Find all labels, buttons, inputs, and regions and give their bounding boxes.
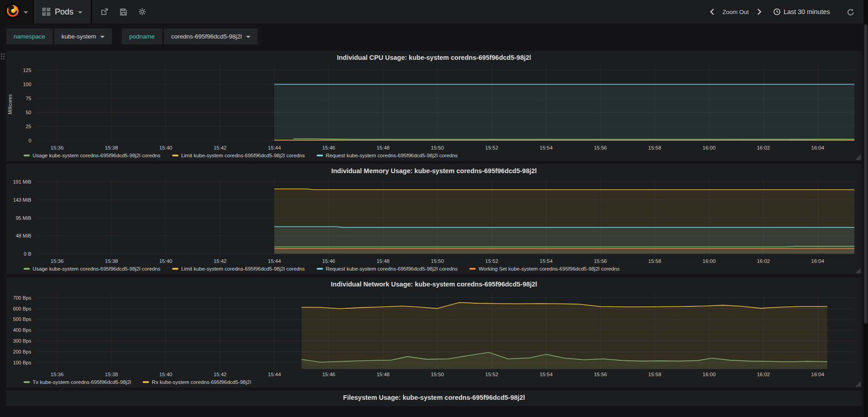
legend-item[interactable]: Limit kube-system coredns-695f96dcd5-98j… <box>172 266 305 272</box>
svg-text:15:54: 15:54 <box>540 372 553 377</box>
memory-usage-legend: Usage kube-system coredns-695f96dcd5-98j… <box>6 266 862 274</box>
scrollbar-thumb[interactable] <box>864 24 868 324</box>
svg-text:16:02: 16:02 <box>757 372 770 377</box>
legend-item[interactable]: Rx kube-system coredns-695f96dcd5-98j2l <box>143 379 251 385</box>
svg-text:95 MiB: 95 MiB <box>16 215 31 221</box>
save-dashboard-button[interactable] <box>116 4 131 19</box>
panel-title[interactable]: Individual Memory Usage: kube-system cor… <box>6 165 862 177</box>
cpu-usage-legend: Usage kube-system coredns-695f96dcd5-98j… <box>6 152 862 161</box>
svg-text:15:58: 15:58 <box>648 145 661 150</box>
legend-item[interactable]: Working Set kube-system coredns-695f96dc… <box>469 266 619 272</box>
svg-text:15:52: 15:52 <box>485 372 498 377</box>
legend-color-dash <box>317 268 323 270</box>
variable-namespace-label: namespace <box>6 29 53 44</box>
logo-caret-icon <box>24 11 28 14</box>
variable-podname: podname coredns-695f96dcd5-98j2l <box>122 29 257 44</box>
row-drag-handle[interactable] <box>1 53 5 59</box>
svg-text:100 Bps: 100 Bps <box>13 360 32 365</box>
panel-title[interactable]: Filesystem Usage: kube-system coredns-69… <box>6 392 862 403</box>
legend-color-dash <box>172 268 178 270</box>
legend-item[interactable]: Request kube-system coredns-695f96dcd5-9… <box>317 266 458 272</box>
variable-namespace-dropdown[interactable]: kube-system <box>54 29 112 44</box>
legend-color-dash <box>24 268 30 270</box>
svg-text:16:00: 16:00 <box>703 258 716 264</box>
svg-text:125: 125 <box>23 68 31 73</box>
svg-text:15:44: 15:44 <box>268 258 281 264</box>
svg-text:15:48: 15:48 <box>376 145 390 150</box>
svg-text:15:38: 15:38 <box>105 145 118 150</box>
svg-text:15:46: 15:46 <box>322 145 335 150</box>
chevron-right-icon <box>757 9 762 15</box>
svg-text:15:42: 15:42 <box>213 372 227 377</box>
svg-text:15:46: 15:46 <box>322 258 335 264</box>
panel-title[interactable]: Individual CPU Usage: kube-system coredn… <box>6 52 862 63</box>
dashboard-settings-button[interactable] <box>135 4 150 19</box>
time-shift-back-button[interactable] <box>706 6 718 18</box>
dashboard-caret-icon <box>78 11 82 14</box>
svg-text:100: 100 <box>23 82 31 87</box>
legend-color-dash <box>143 381 149 383</box>
share-dashboard-button[interactable] <box>96 4 112 19</box>
variable-namespace: namespace kube-system <box>6 29 112 44</box>
svg-text:Millicores: Millicores <box>7 94 13 114</box>
legend-color-dash <box>172 155 178 156</box>
svg-text:16:00: 16:00 <box>703 145 716 150</box>
svg-text:50: 50 <box>26 110 31 115</box>
svg-text:15:38: 15:38 <box>105 372 118 377</box>
svg-text:48 MiB: 48 MiB <box>16 233 31 238</box>
svg-text:15:36: 15:36 <box>51 258 64 264</box>
panel-memory-usage: Individual Memory Usage: kube-system cor… <box>6 164 862 274</box>
svg-text:15:56: 15:56 <box>594 372 607 377</box>
svg-text:15:40: 15:40 <box>159 145 172 150</box>
chevron-left-icon <box>710 9 714 15</box>
dashboard-picker[interactable]: Pods <box>34 0 91 24</box>
svg-text:15:52: 15:52 <box>485 258 498 264</box>
cpu-usage-chart[interactable]: 025507510012515:3615:3815:4015:4215:4415… <box>6 63 862 152</box>
svg-text:600 Bps: 600 Bps <box>13 306 32 311</box>
panel-network-usage: Individual Network Usage: kube-system co… <box>6 277 862 388</box>
refresh-dashboard-button[interactable] <box>843 4 858 19</box>
svg-text:15:44: 15:44 <box>268 145 281 150</box>
svg-text:16:02: 16:02 <box>757 258 770 264</box>
gear-icon <box>138 8 146 16</box>
time-shift-forward-button[interactable] <box>753 6 765 18</box>
dashboard-area: Individual CPU Usage: kube-system coredn… <box>0 49 868 406</box>
svg-text:15:50: 15:50 <box>431 372 444 377</box>
svg-text:15:48: 15:48 <box>376 258 390 264</box>
svg-text:15:54: 15:54 <box>540 145 553 150</box>
svg-text:16:00: 16:00 <box>703 372 716 377</box>
zoom-out-button[interactable]: Zoom Out <box>721 9 751 15</box>
legend-item[interactable]: Usage kube-system coredns-695f96dcd5-98j… <box>24 153 160 158</box>
legend-item[interactable]: Request kube-system coredns-695f96dcd5-9… <box>317 153 458 158</box>
legend-item[interactable]: Usage kube-system coredns-695f96dcd5-98j… <box>24 266 160 272</box>
svg-text:15:36: 15:36 <box>51 145 64 150</box>
grafana-logo-menu[interactable] <box>0 0 33 24</box>
memory-usage-chart[interactable]: 0 B48 MiB95 MiB143 MiB191 MiB15:3615:381… <box>6 177 862 266</box>
network-usage-legend: Tx kube-system coredns-695f96dcd5-98j2lR… <box>6 379 862 388</box>
svg-text:75: 75 <box>26 96 31 101</box>
svg-text:191 MiB: 191 MiB <box>13 179 31 184</box>
clock-icon <box>773 8 781 15</box>
svg-text:25: 25 <box>26 124 31 129</box>
refresh-icon <box>847 8 854 16</box>
panel-title[interactable]: Individual Network Usage: kube-system co… <box>6 278 862 290</box>
svg-text:15:58: 15:58 <box>648 258 661 264</box>
variable-podname-dropdown[interactable]: coredns-695f96dcd5-98j2l <box>164 29 258 44</box>
svg-text:15:52: 15:52 <box>485 145 498 150</box>
variable-podname-label: podname <box>122 29 162 44</box>
time-range-label: Last 30 minutes <box>784 8 830 15</box>
svg-text:15:46: 15:46 <box>322 372 335 377</box>
svg-text:16:04: 16:04 <box>811 258 825 264</box>
svg-text:400 Bps: 400 Bps <box>13 327 32 333</box>
legend-item[interactable]: Tx kube-system coredns-695f96dcd5-98j2l <box>24 379 131 385</box>
panel-cpu-usage: Individual CPU Usage: kube-system coredn… <box>6 51 862 161</box>
svg-text:500 Bps: 500 Bps <box>13 316 32 322</box>
chevron-down-icon <box>246 36 251 38</box>
dashboard-grid-icon <box>42 8 50 16</box>
time-range-picker[interactable]: Last 30 minutes <box>768 8 835 15</box>
top-navbar: Pods <box>0 0 868 24</box>
svg-text:16:02: 16:02 <box>757 145 770 150</box>
legend-item[interactable]: Limit kube-system coredns-695f96dcd5-98j… <box>172 153 305 158</box>
network-usage-chart[interactable]: 100 Bps200 Bps300 Bps400 Bps500 Bps600 B… <box>6 290 862 379</box>
grafana-logo-icon <box>5 3 21 21</box>
